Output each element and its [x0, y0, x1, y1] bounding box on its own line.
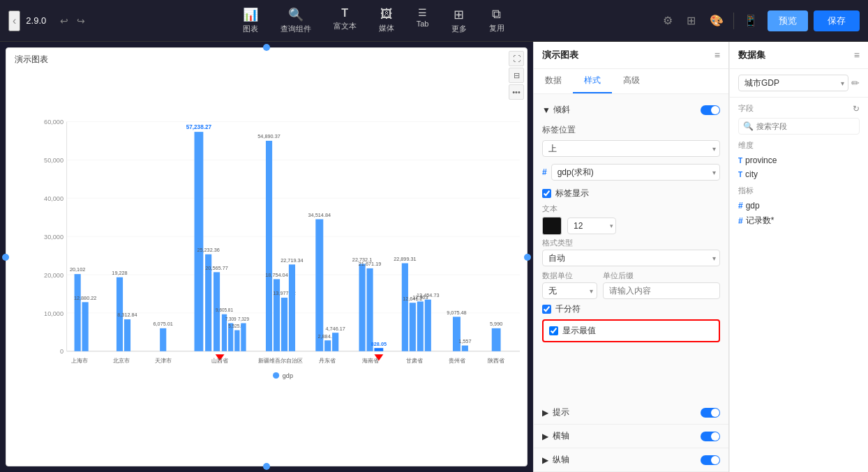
unit-suffix-label: 单位后缀: [603, 271, 720, 281]
svg-text:山西省: 山西省: [211, 358, 228, 364]
undo-redo-group: ↩ ↪: [57, 14, 88, 28]
tab-style[interactable]: 样式: [573, 69, 612, 93]
chart-more-button[interactable]: •••: [509, 84, 524, 100]
svg-text:20,102: 20,102: [70, 266, 85, 273]
unit-suffix-input[interactable]: [603, 282, 720, 299]
toolbar-item-media-label: 媒体: [379, 23, 394, 33]
svg-text:21,671.19: 21,671.19: [359, 261, 381, 267]
font-size-select[interactable]: 12 10 14 16: [567, 218, 616, 234]
count-metric-hash: #: [738, 216, 743, 226]
back-button[interactable]: ‹: [8, 10, 20, 31]
svg-text:陕西省: 陕西省: [488, 358, 504, 364]
refresh-icon[interactable]: ↻: [853, 104, 860, 114]
grid-icon-button[interactable]: ⊞: [682, 11, 700, 30]
tab-data[interactable]: 数据: [534, 69, 573, 93]
bar: [289, 264, 295, 351]
config-tabs: 数据 样式 高级: [534, 69, 728, 94]
redo-button[interactable]: ↪: [74, 14, 88, 28]
label-pos-select[interactable]: 上 下 中: [542, 140, 720, 157]
undo-button[interactable]: ↩: [57, 14, 71, 28]
tab-icon: ☰: [418, 7, 427, 18]
data-unit-select[interactable]: 无: [542, 282, 597, 299]
tilt-toggle[interactable]: [701, 105, 720, 115]
bar-max: [195, 132, 204, 351]
resize-handle-bottom[interactable]: [263, 463, 270, 470]
svg-text:22,719.34: 22,719.34: [280, 257, 303, 264]
show-max-checkbox[interactable]: [549, 326, 558, 335]
toolbar-item-richtext[interactable]: T 富文本: [324, 3, 366, 38]
gdp-field-row: # gdp(求和): [542, 161, 720, 183]
thousand-sep-checkbox[interactable]: [542, 305, 551, 314]
svg-text:5,990: 5,990: [490, 321, 502, 327]
dataset-select[interactable]: 城市GDP: [738, 75, 848, 91]
resize-handle-right[interactable]: [524, 254, 531, 261]
preview-button[interactable]: 预览: [768, 10, 808, 31]
label-show-checkbox[interactable]: [542, 189, 551, 198]
toolbar-item-query[interactable]: 🔍 查询组件: [271, 3, 321, 38]
dataset-edit-icon[interactable]: ✏: [851, 77, 860, 89]
resize-handle-left[interactable]: [2, 254, 9, 261]
toolbar-item-media[interactable]: 🖼 媒体: [369, 3, 404, 38]
bar: [492, 328, 501, 351]
label-pos-label: 标签位置: [542, 124, 576, 136]
dataset-menu-icon[interactable]: ≡: [854, 50, 860, 61]
format-type-select[interactable]: 自动: [542, 250, 720, 266]
chart-icon: 📊: [243, 7, 258, 22]
show-max-label: 显示最值: [562, 325, 596, 337]
toolbar-item-more-label: 更多: [451, 24, 467, 34]
svg-text:1,557: 1,557: [458, 338, 471, 344]
metric-item-gdp: # gdp: [738, 199, 860, 213]
resize-handle-top[interactable]: [263, 44, 270, 51]
query-icon: 🔍: [288, 7, 304, 22]
format-type-sublabel: 格式类型: [542, 238, 720, 248]
media-icon: 🖼: [380, 7, 393, 22]
toolbar-item-chart[interactable]: 📊 图表: [233, 3, 268, 38]
chart-fullscreen-button[interactable]: ⛶: [509, 51, 524, 66]
text-color-swatch[interactable]: [542, 217, 562, 235]
xaxis-section-title: ▶ 横轴: [542, 430, 569, 442]
svg-text:34,514.84: 34,514.84: [308, 212, 331, 218]
save-button[interactable]: 保存: [814, 10, 860, 31]
gdp-select[interactable]: gdp(求和): [551, 164, 720, 181]
svg-text:海南省: 海南省: [362, 358, 379, 364]
toolbar-item-query-label: 查询组件: [280, 24, 311, 34]
province-type-icon: T: [738, 157, 742, 165]
reuse-icon: ⧉: [492, 7, 501, 22]
province-field-name: province: [745, 155, 777, 165]
toolbar-item-tab[interactable]: ☰ Tab: [407, 3, 439, 38]
field-label: 字段: [738, 103, 754, 114]
svg-text:贵州省: 贵州省: [449, 358, 465, 364]
svg-text:9,605.81: 9,605.81: [216, 307, 233, 312]
label-show-label: 标签显示: [555, 188, 589, 199]
svg-text:gdp: gdp: [283, 372, 293, 379]
metric-item-count: # 记录数*: [738, 213, 860, 229]
mobile-icon-button[interactable]: 📱: [740, 11, 762, 30]
filter-icon-button[interactable]: ⚙: [659, 11, 677, 30]
bar: [462, 346, 468, 351]
xaxis-section-header[interactable]: ▶ 横轴: [534, 425, 728, 448]
svg-text:54,890.37: 54,890.37: [257, 133, 280, 139]
toolbar-left: ‹ 2.9.0 ↩ ↪: [8, 10, 88, 31]
search-input[interactable]: [756, 122, 855, 130]
tab-advanced[interactable]: 高级: [612, 69, 651, 93]
main-content: 演示图表 ⛶ ⊟ ••• 6: [0, 42, 868, 472]
format-type-select-wrapper: 自动: [542, 250, 720, 266]
yaxis-toggle[interactable]: [701, 455, 720, 465]
chart-config-menu-icon[interactable]: ≡: [714, 50, 720, 61]
chart-table-button[interactable]: ⊟: [509, 68, 524, 83]
chart-area: 演示图表 ⛶ ⊟ ••• 6: [6, 47, 527, 466]
bar: [324, 340, 331, 351]
hint-section-header[interactable]: ▶ 提示: [534, 401, 728, 424]
svg-text:12,880.22: 12,880.22: [74, 295, 96, 301]
hint-toggle[interactable]: [701, 408, 720, 418]
hint-arrow-icon: ▶: [542, 408, 548, 418]
bar: [453, 317, 461, 351]
unit-select-wrapper: 无: [542, 282, 597, 299]
toolbar-item-reuse[interactable]: ⧉ 复用: [479, 3, 514, 38]
xaxis-toggle[interactable]: [701, 432, 720, 441]
toolbar-item-more[interactable]: ⊞ 更多: [442, 3, 477, 38]
svg-text:60,000: 60,000: [44, 119, 63, 125]
palette-icon-button[interactable]: 🎨: [705, 11, 728, 30]
text-style-row: 12 10 14 16 ▾: [542, 217, 720, 235]
yaxis-section-header[interactable]: ▶ 纵轴: [534, 448, 728, 471]
